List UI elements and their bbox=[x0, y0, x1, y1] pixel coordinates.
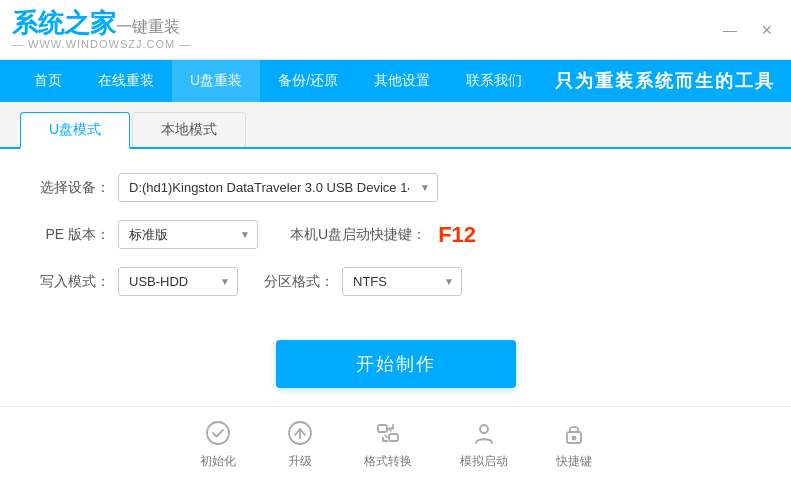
tabs-row: U盘模式 本地模式 bbox=[0, 102, 791, 149]
close-button[interactable]: ✕ bbox=[755, 20, 779, 40]
nav-home[interactable]: 首页 bbox=[16, 60, 80, 102]
minimize-button[interactable]: — bbox=[717, 20, 743, 40]
shortcut-label: 本机U盘启动快捷键： bbox=[290, 226, 426, 244]
start-button[interactable]: 开始制作 bbox=[276, 340, 516, 388]
svg-point-7 bbox=[572, 437, 575, 440]
nav-slogan: 只为重装系统而生的工具 bbox=[555, 69, 775, 93]
nav-settings[interactable]: 其他设置 bbox=[356, 60, 448, 102]
nav-contact[interactable]: 联系我们 bbox=[448, 60, 540, 102]
main-content: U盘模式 本地模式 选择设备： D:(hd1)Kingston DataTrav… bbox=[0, 102, 791, 504]
title-left: 系统之家一键重装 — WWW.WINDOWSZJ.COM — bbox=[12, 9, 191, 50]
svg-rect-3 bbox=[378, 425, 387, 432]
window-controls: — ✕ bbox=[717, 20, 779, 40]
subtitle: 一键重装 bbox=[116, 18, 180, 35]
device-row: 选择设备： D:(hd1)Kingston DataTraveler 3.0 U… bbox=[40, 173, 751, 202]
simulate-label: 模拟启动 bbox=[460, 453, 508, 470]
shortcut-label-bottom: 快捷键 bbox=[556, 453, 592, 470]
upgrade-label: 升级 bbox=[288, 453, 312, 470]
pe-select[interactable]: 标准版 bbox=[118, 220, 258, 249]
format-label: 格式转换 bbox=[364, 453, 412, 470]
bottom-icon-format[interactable]: 格式转换 bbox=[364, 417, 412, 470]
write-row: 写入模式： USB-HDD ▼ 分区格式： NTFS ▼ bbox=[40, 267, 751, 296]
nav-items: 首页 在线重装 U盘重装 备份/还原 其他设置 联系我们 bbox=[16, 60, 540, 102]
device-select[interactable]: D:(hd1)Kingston DataTraveler 3.0 USB Dev… bbox=[118, 173, 438, 202]
nav-online[interactable]: 在线重装 bbox=[80, 60, 172, 102]
bottom-icon-shortcut[interactable]: 快捷键 bbox=[556, 417, 592, 470]
nav-bar: 首页 在线重装 U盘重装 备份/还原 其他设置 联系我们 只为重装系统而生的工具 bbox=[0, 60, 791, 102]
shortcut-key: F12 bbox=[438, 222, 476, 248]
write-select-wrapper: USB-HDD ▼ bbox=[118, 267, 238, 296]
device-select-wrapper: D:(hd1)Kingston DataTraveler 3.0 USB Dev… bbox=[118, 173, 438, 202]
tab-usb-mode[interactable]: U盘模式 bbox=[20, 112, 130, 149]
upgrade-icon bbox=[284, 417, 316, 449]
simulate-icon bbox=[468, 417, 500, 449]
device-label: 选择设备： bbox=[40, 179, 110, 197]
bottom-icons: 初始化 升级 bbox=[0, 406, 791, 478]
app-name: 系统之家 bbox=[12, 8, 116, 38]
init-icon bbox=[202, 417, 234, 449]
write-label: 写入模式： bbox=[40, 273, 110, 291]
tab-local-mode[interactable]: 本地模式 bbox=[132, 112, 246, 147]
init-label: 初始化 bbox=[200, 453, 236, 470]
svg-point-0 bbox=[207, 422, 229, 444]
app-title: 系统之家一键重装 bbox=[12, 9, 180, 38]
bottom-icon-simulate[interactable]: 模拟启动 bbox=[460, 417, 508, 470]
write-select[interactable]: USB-HDD bbox=[118, 267, 238, 296]
form-area: 选择设备： D:(hd1)Kingston DataTraveler 3.0 U… bbox=[0, 149, 791, 330]
pe-select-wrapper: 标准版 ▼ bbox=[118, 220, 258, 249]
pe-label: PE 版本： bbox=[40, 226, 110, 244]
format-icon bbox=[372, 417, 404, 449]
partition-select-wrapper: NTFS ▼ bbox=[342, 267, 462, 296]
start-button-row: 开始制作 bbox=[0, 340, 791, 388]
pe-row: PE 版本： 标准版 ▼ 本机U盘启动快捷键： F12 bbox=[40, 220, 751, 249]
partition-select[interactable]: NTFS bbox=[342, 267, 462, 296]
svg-rect-4 bbox=[389, 434, 398, 441]
bottom-icon-init[interactable]: 初始化 bbox=[200, 417, 236, 470]
bottom-icon-upgrade[interactable]: 升级 bbox=[284, 417, 316, 470]
partition-label: 分区格式： bbox=[264, 273, 334, 291]
title-bar: 系统之家一键重装 — WWW.WINDOWSZJ.COM — — ✕ bbox=[0, 0, 791, 60]
svg-point-5 bbox=[480, 425, 488, 433]
nav-backup[interactable]: 备份/还原 bbox=[260, 60, 356, 102]
domain-label: — WWW.WINDOWSZJ.COM — bbox=[12, 38, 191, 50]
shortcut-icon bbox=[558, 417, 590, 449]
nav-usb[interactable]: U盘重装 bbox=[172, 60, 260, 102]
